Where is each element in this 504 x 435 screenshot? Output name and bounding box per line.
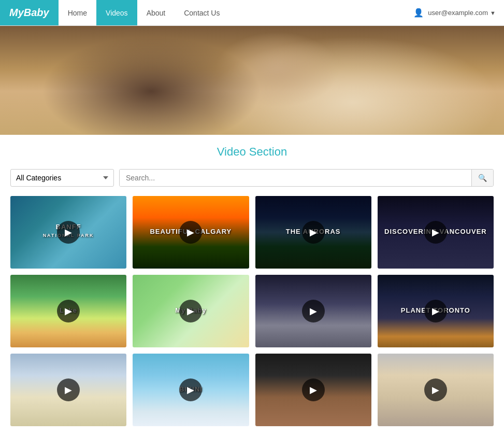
- play-button[interactable]: ▶: [302, 221, 325, 244]
- filter-row: All Categories 🔍: [10, 169, 494, 187]
- user-email: user@example.com: [428, 9, 488, 17]
- video-thumbnail[interactable]: ▶ DISCOVERING VANCOUVER: [378, 196, 494, 269]
- nav-about[interactable]: About: [137, 0, 175, 25]
- play-button[interactable]: ▶: [179, 378, 202, 401]
- video-thumbnail[interactable]: ▶ BEAUTIFUL CALGARY: [133, 196, 249, 269]
- play-button[interactable]: ▶: [424, 221, 447, 244]
- nav-links: Home Videos About Contact Us: [59, 0, 229, 25]
- play-button[interactable]: ▶: [57, 221, 80, 244]
- play-button[interactable]: ▶: [179, 300, 202, 322]
- main-content: Video Section All Categories 🔍 ▶ BANFFNA…: [0, 135, 504, 435]
- video-thumbnail[interactable]: ▶ My Baby: [133, 275, 249, 347]
- play-button[interactable]: ▶: [179, 221, 202, 244]
- search-input[interactable]: [120, 170, 471, 186]
- search-wrapper: 🔍: [119, 169, 494, 187]
- video-thumbnail[interactable]: ▶ BIKINI: [133, 354, 249, 426]
- section-title: Video Section: [10, 145, 494, 159]
- nav-videos[interactable]: Videos: [96, 0, 137, 25]
- video-thumbnail[interactable]: ▶ Lake: [10, 275, 126, 347]
- chevron-down-icon: ▼: [490, 10, 496, 16]
- play-button[interactable]: ▶: [424, 378, 447, 401]
- video-thumbnail[interactable]: ▶ BANFFNATIONAL PARK: [10, 196, 126, 269]
- video-thumbnail[interactable]: ▶: [10, 354, 126, 426]
- video-thumbnail[interactable]: ▶: [255, 275, 371, 347]
- video-thumbnail[interactable]: ▶ THE AURORAS: [255, 196, 371, 269]
- play-button[interactable]: ▶: [302, 300, 325, 322]
- navbar: MyBaby Home Videos About Contact Us 👤 us…: [0, 0, 504, 26]
- brand-logo[interactable]: MyBaby: [0, 0, 59, 25]
- play-button[interactable]: ▶: [302, 378, 325, 401]
- video-thumbnail[interactable]: ▶: [378, 354, 494, 426]
- play-button[interactable]: ▶: [424, 300, 447, 322]
- nav-contact[interactable]: Contact Us: [175, 0, 229, 25]
- search-button[interactable]: 🔍: [471, 170, 493, 186]
- nav-home[interactable]: Home: [59, 0, 96, 25]
- video-thumbnail[interactable]: ▶ PLANET TORONTO: [378, 275, 494, 347]
- play-button[interactable]: ▶: [57, 300, 80, 322]
- user-menu[interactable]: 👤 user@example.com ▼: [405, 8, 504, 18]
- hero-background: [0, 26, 504, 135]
- search-icon: 🔍: [478, 174, 487, 182]
- hero-banner: [0, 26, 504, 135]
- play-button[interactable]: ▶: [57, 378, 80, 401]
- video-thumbnail[interactable]: ▶: [255, 354, 371, 426]
- category-select[interactable]: All Categories: [10, 169, 114, 187]
- user-icon: 👤: [413, 8, 424, 18]
- video-grid: ▶ BANFFNATIONAL PARK ▶ BEAUTIFUL CALGARY…: [10, 196, 494, 426]
